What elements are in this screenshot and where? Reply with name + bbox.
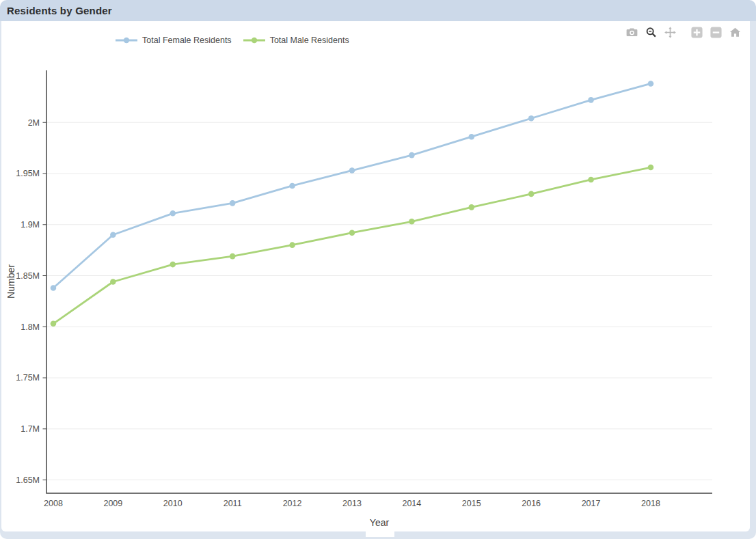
x-tick-label: 2018 <box>641 499 660 508</box>
data-point-total-male-residents[interactable] <box>588 177 594 183</box>
data-point-total-female-residents[interactable] <box>170 210 176 217</box>
axis-line <box>46 70 712 493</box>
legend-swatch <box>115 36 138 44</box>
data-point-total-male-residents[interactable] <box>170 262 176 268</box>
data-point-total-male-residents[interactable] <box>51 321 57 327</box>
x-tick-label: 2011 <box>224 499 242 508</box>
y-tick-label: 1.95M <box>16 169 40 178</box>
x-tick-label: 2009 <box>103 499 122 508</box>
x-tick-label: 2008 <box>44 499 63 508</box>
panel-header: Residents by Gender <box>0 0 756 21</box>
zoom-in-icon[interactable] <box>690 26 703 39</box>
camera-icon[interactable] <box>625 26 638 39</box>
y-tick-label: 2M <box>28 118 40 128</box>
data-point-total-female-residents[interactable] <box>588 97 594 103</box>
data-point-total-male-residents[interactable] <box>409 219 415 225</box>
data-point-total-male-residents[interactable] <box>468 204 474 210</box>
data-point-total-male-residents[interactable] <box>349 230 355 236</box>
chart-panel: Residents by Gender 1.65M1.7M1.75M1.8M1.… <box>0 0 756 539</box>
data-point-total-female-residents[interactable] <box>648 81 654 87</box>
x-tick-label: 2017 <box>582 499 601 508</box>
x-tick-label: 2016 <box>522 499 541 508</box>
x-tick-label: 2010 <box>163 499 183 508</box>
data-point-total-male-residents[interactable] <box>110 279 116 285</box>
zoom-out-icon[interactable] <box>710 26 723 39</box>
data-point-total-male-residents[interactable] <box>528 191 535 197</box>
legend-label: Total Male Residents <box>270 36 349 45</box>
zoom-icon[interactable] <box>645 26 658 39</box>
data-point-total-female-residents[interactable] <box>289 183 295 189</box>
legend-item[interactable]: Total Male Residents <box>243 36 349 45</box>
data-point-total-female-residents[interactable] <box>409 152 415 158</box>
x-axis-title: Year <box>370 517 389 528</box>
y-tick-label: 1.65M <box>16 475 40 485</box>
x-tick-label: 2015 <box>462 499 481 508</box>
panel-title: Residents by Gender <box>7 5 112 16</box>
y-axis-title: Number <box>5 264 16 299</box>
y-tick-label: 1.9M <box>21 220 40 230</box>
data-point-total-male-residents[interactable] <box>648 165 654 171</box>
y-tick-label: 1.75M <box>16 373 40 383</box>
legend-item[interactable]: Total Female Residents <box>115 36 232 45</box>
xaxis-title-backdrop <box>366 531 394 537</box>
home-icon[interactable] <box>729 26 742 39</box>
data-point-total-female-residents[interactable] <box>51 285 57 291</box>
data-point-total-female-residents[interactable] <box>468 134 474 140</box>
pan-icon[interactable] <box>664 26 677 39</box>
x-tick-label: 2012 <box>283 499 302 508</box>
line-total-female-residents <box>53 83 651 288</box>
data-point-total-female-residents[interactable] <box>230 200 236 206</box>
y-tick-label: 1.7M <box>21 424 40 434</box>
line-total-male-residents <box>53 167 651 324</box>
data-point-total-female-residents[interactable] <box>110 232 116 238</box>
legend-label: Total Female Residents <box>142 36 232 45</box>
y-tick-label: 1.85M <box>16 271 40 281</box>
modebar <box>619 25 742 40</box>
data-point-total-male-residents[interactable] <box>230 253 236 260</box>
legend-swatch <box>243 36 266 44</box>
plot-area[interactable]: 1.65M1.7M1.75M1.8M1.85M1.9M1.95M2M200820… <box>1 21 750 531</box>
data-point-total-female-residents[interactable] <box>528 115 535 122</box>
data-point-total-male-residents[interactable] <box>289 242 295 248</box>
data-point-total-female-residents[interactable] <box>349 167 355 174</box>
y-tick-label: 1.8M <box>21 322 40 332</box>
x-tick-label: 2013 <box>342 499 362 508</box>
x-tick-label: 2014 <box>402 499 421 508</box>
chart-legend: Total Female ResidentsTotal Male Residen… <box>115 36 349 45</box>
chart-area: 1.65M1.7M1.75M1.8M1.85M1.9M1.95M2M200820… <box>1 21 750 531</box>
